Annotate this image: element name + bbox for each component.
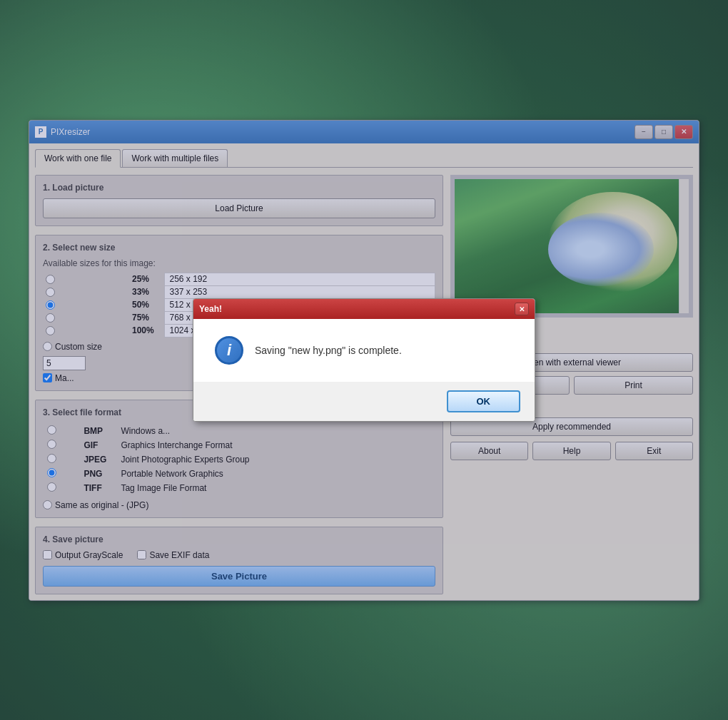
modal-message: Saving "new hy.png" is complete. [255, 345, 402, 356]
modal-dialog: Yeah! ✕ i Saving "new hy.png" is complet… [193, 298, 535, 422]
modal-footer: OK [193, 382, 535, 421]
modal-overlay: Yeah! ✕ i Saving "new hy.png" is complet… [0, 0, 728, 720]
modal-ok-button[interactable]: OK [447, 390, 521, 412]
modal-close-button[interactable]: ✕ [515, 303, 529, 315]
info-icon: i [215, 336, 243, 365]
modal-title: Yeah! [199, 304, 222, 314]
modal-body: i Saving "new hy.png" is complete. [193, 319, 535, 382]
modal-title-bar: Yeah! ✕ [193, 299, 535, 319]
